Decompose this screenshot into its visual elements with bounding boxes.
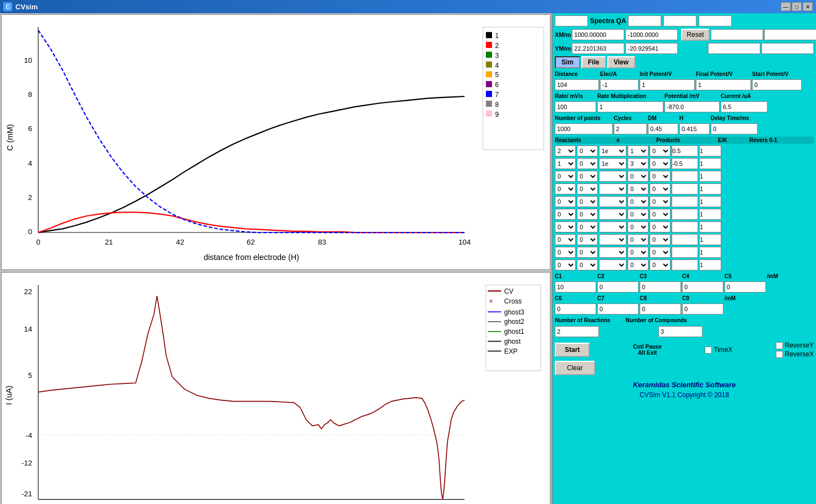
param-current[interactable] — [721, 101, 768, 112]
r5-r1-select[interactable]: 0 — [555, 196, 576, 207]
r4-r2-select[interactable]: 0 — [577, 183, 598, 194]
r4-e-select[interactable] — [599, 183, 626, 194]
r6-ek-input[interactable] — [672, 209, 698, 220]
r9-e-select[interactable] — [599, 247, 626, 258]
param-potential[interactable] — [664, 101, 720, 112]
ym-val4[interactable] — [761, 43, 814, 54]
param-final[interactable] — [696, 79, 751, 90]
r4-rev-input[interactable] — [699, 183, 721, 194]
r8-p1-select[interactable]: 0 — [628, 234, 649, 245]
r3-rev-input[interactable] — [699, 171, 721, 182]
ym-val1[interactable] — [572, 43, 624, 54]
c1-input[interactable] — [555, 281, 596, 292]
param-h[interactable] — [679, 123, 710, 134]
xm-val4[interactable] — [764, 29, 816, 40]
reversey-checkbox[interactable] — [776, 342, 783, 349]
r5-r2-select[interactable]: 0 — [577, 196, 598, 207]
r4-p2-select[interactable]: 0 — [650, 183, 671, 194]
r1-p2-select[interactable]: 012 — [650, 145, 671, 156]
r1-r1-select[interactable]: 2013 — [555, 145, 576, 156]
param-rate[interactable] — [555, 101, 596, 112]
minimize-button[interactable]: — — [781, 2, 791, 11]
r2-ek-input[interactable] — [672, 158, 698, 169]
r8-r2-select[interactable]: 0 — [577, 234, 598, 245]
r7-r2-select[interactable]: 0 — [577, 221, 598, 232]
r3-ek-input[interactable] — [672, 171, 698, 182]
timex-checkbox[interactable] — [705, 346, 712, 354]
r6-r2-select[interactable]: 0 — [577, 209, 598, 220]
ym-val3[interactable] — [708, 43, 760, 54]
r8-e-select[interactable] — [599, 234, 626, 245]
c6-input[interactable] — [555, 304, 596, 315]
start-button[interactable]: Start — [555, 343, 590, 357]
r10-r2-select[interactable]: 0 — [577, 259, 598, 270]
r1-p1-select[interactable]: 102 — [628, 145, 649, 156]
r1-ek-input[interactable] — [672, 145, 698, 156]
num-reactions-input[interactable] — [555, 326, 599, 337]
r1-rev-input[interactable] — [699, 145, 721, 156]
r5-rev-input[interactable] — [699, 196, 721, 207]
r7-e-select[interactable] — [599, 221, 626, 232]
r1-e-select[interactable]: 1e2e — [599, 145, 626, 156]
spectra-input[interactable] — [628, 15, 661, 26]
param-mult[interactable] — [597, 101, 663, 112]
r7-rev-input[interactable] — [699, 221, 721, 232]
r10-p2-select[interactable]: 0 — [650, 259, 671, 270]
r2-r2-select[interactable]: 01 — [577, 158, 598, 169]
xm-val3[interactable] — [711, 29, 763, 40]
r5-p2-select[interactable]: 0 — [650, 196, 671, 207]
close-button[interactable]: ✕ — [803, 2, 813, 11]
r10-p1-select[interactable]: 0 — [628, 259, 649, 270]
c5-input[interactable] — [725, 281, 766, 292]
r3-r2-select[interactable]: 0 — [577, 171, 598, 182]
xm-val2[interactable] — [625, 29, 678, 40]
c7-input[interactable] — [597, 304, 639, 315]
r7-p1-select[interactable]: 0 — [628, 221, 649, 232]
reversex-checkbox[interactable] — [776, 351, 783, 358]
param-start[interactable] — [752, 79, 802, 90]
r3-p2-select[interactable]: 0 — [650, 171, 671, 182]
c9-input[interactable] — [682, 304, 723, 315]
r1-r2-select[interactable]: 012 — [577, 145, 598, 156]
maximize-button[interactable]: □ — [792, 2, 802, 11]
r10-ek-input[interactable] — [672, 259, 698, 270]
spectra-input2[interactable] — [663, 15, 696, 26]
r2-rev-input[interactable] — [699, 158, 721, 169]
r6-e-select[interactable] — [599, 209, 626, 220]
r8-r1-select[interactable]: 0 — [555, 234, 576, 245]
tab-file[interactable]: File — [581, 56, 606, 68]
r8-ek-input[interactable] — [672, 234, 698, 245]
r3-e-select[interactable] — [599, 171, 626, 182]
r9-r1-select[interactable]: 0 — [555, 247, 576, 258]
r4-p1-select[interactable]: 0 — [628, 183, 649, 194]
param-init[interactable] — [640, 79, 695, 90]
clear-button[interactable]: Clear — [555, 361, 595, 375]
r6-p2-select[interactable]: 0 — [650, 209, 671, 220]
ym-val2[interactable] — [625, 43, 678, 54]
c4-input[interactable] — [682, 281, 723, 292]
r9-p1-select[interactable]: 0 — [628, 247, 649, 258]
r9-r2-select[interactable]: 0 — [577, 247, 598, 258]
r7-ek-input[interactable] — [672, 221, 698, 232]
c3-input[interactable] — [640, 281, 681, 292]
r7-p2-select[interactable]: 0 — [650, 221, 671, 232]
r9-p2-select[interactable]: 0 — [650, 247, 671, 258]
r6-r1-select[interactable]: 0 — [555, 209, 576, 220]
reset-button[interactable]: Reset — [681, 29, 709, 41]
r5-e-select[interactable] — [599, 196, 626, 207]
num-compounds-input[interactable] — [658, 326, 702, 337]
c2-input[interactable] — [597, 281, 639, 292]
r2-r1-select[interactable]: 102 — [555, 158, 576, 169]
param-dm[interactable] — [648, 123, 678, 134]
r10-e-select[interactable] — [599, 259, 626, 270]
c8-input[interactable] — [640, 304, 681, 315]
r2-e-select[interactable]: 1e2e — [599, 158, 626, 169]
r2-p2-select[interactable]: 01 — [650, 158, 671, 169]
tab-view[interactable]: View — [607, 56, 635, 68]
r9-ek-input[interactable] — [672, 247, 698, 258]
r4-r1-select[interactable]: 0 — [555, 183, 576, 194]
r2-p1-select[interactable]: 3012 — [628, 158, 649, 169]
param-distance[interactable] — [555, 79, 599, 90]
r7-r1-select[interactable]: 0 — [555, 221, 576, 232]
r3-r1-select[interactable]: 0 — [555, 171, 576, 182]
